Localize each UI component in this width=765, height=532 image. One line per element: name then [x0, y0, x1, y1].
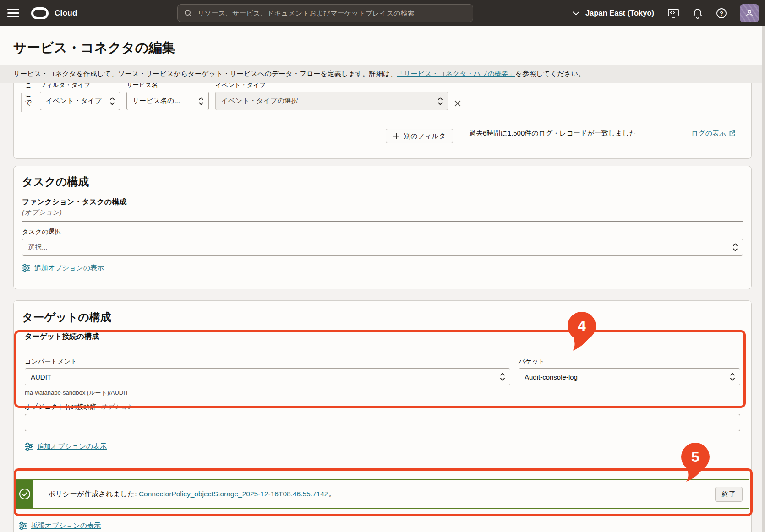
- target-connection-heading: ターゲット接続の構成: [25, 332, 740, 342]
- top-navigation-bar: Cloud Japan East (Tokyo) ?: [0, 0, 765, 26]
- bucket-select[interactable]: Audit-console-log: [519, 368, 740, 385]
- chevron-down-icon: [573, 11, 579, 16]
- task-additional-options-link[interactable]: 追加オプションの表示: [22, 264, 104, 272]
- where-label: ここで: [25, 83, 33, 107]
- compartment-path: ma-watanabe-sandbox (ルート)/AUDIT: [25, 389, 510, 397]
- event-type-select[interactable]: イベント・タイプの選択: [215, 92, 448, 110]
- page-description: サービス・コネクタを作成して、ソース・サービスからターゲット・サービスへのデータ…: [0, 65, 765, 83]
- compartment-label: コンパートメント: [25, 358, 510, 366]
- log-match-zone: 過去6時間に1,500件のログ・レコードが一致しました ログの表示: [462, 83, 751, 158]
- add-filter-button[interactable]: 別のフィルタ: [386, 129, 453, 143]
- task-select-label: タスクの選択: [22, 228, 743, 236]
- global-search[interactable]: [177, 4, 473, 22]
- service-name-field: サービス名 サービス名の...: [126, 83, 209, 113]
- notifications-bell-icon[interactable]: [693, 8, 703, 19]
- banner-close-button[interactable]: 終了: [715, 487, 743, 502]
- log-filter-panel: ここで フィルタ・タイプ イベント・タイプ サービス名 サービス名の...: [13, 83, 752, 159]
- banner-status-stripe: [16, 480, 33, 508]
- banner-message: ポリシーが作成されました: ConnectorPolicy_objectStor…: [33, 480, 715, 508]
- plus-icon: [393, 133, 400, 140]
- description-text: サービス・コネクタを作成して、ソース・サービスからターゲット・サービスへのデータ…: [13, 70, 397, 77]
- remove-filter-button[interactable]: [454, 99, 462, 108]
- object-prefix-label: オブジェクト名の接頭辞オプション: [25, 403, 740, 411]
- svg-text:?: ?: [720, 10, 723, 16]
- target-connection-block: ターゲット接続の構成 コンパートメント AUDIT ma-watanabe-sa…: [25, 332, 740, 397]
- service-name-label: サービス名: [126, 83, 209, 89]
- bucket-label: バケット: [519, 358, 740, 366]
- filter-group-rule: [21, 93, 22, 112]
- success-check-icon: [19, 488, 31, 500]
- select-caret-icon: [732, 243, 738, 252]
- bucket-field: バケット Audit-console-log: [519, 358, 740, 397]
- oracle-logo: [31, 7, 49, 19]
- view-logs-link[interactable]: ログの表示: [691, 129, 736, 138]
- filter-type-select[interactable]: イベント・タイプ: [40, 92, 120, 110]
- description-suffix: を参照してください。: [515, 70, 585, 77]
- policy-link[interactable]: ConnectorPolicy_objectStorage_2025-12-16…: [139, 490, 328, 498]
- hamburger-menu-icon[interactable]: [0, 0, 25, 26]
- log-match-text: 過去6時間に1,500件のログ・レコードが一致しました: [469, 129, 636, 138]
- sliders-icon: [22, 264, 31, 272]
- search-icon: [184, 9, 192, 17]
- optional-tag: オプション: [101, 403, 134, 410]
- page-title: サービス・コネクタの編集: [13, 39, 752, 57]
- target-additional-options-link[interactable]: 追加オプションの表示: [25, 442, 107, 451]
- filter-left-zone: ここで フィルタ・タイプ イベント・タイプ サービス名 サービス名の...: [14, 83, 462, 158]
- optional-note: (オプション): [22, 208, 743, 217]
- function-task-subheading: ファンクション・タスクの構成: [22, 197, 743, 207]
- region-label: Japan East (Tokyo): [585, 9, 654, 17]
- help-icon[interactable]: ?: [716, 8, 727, 19]
- policy-created-banner: ポリシーが作成されました: ConnectorPolicy_objectStor…: [16, 479, 749, 509]
- region-selector[interactable]: Japan East (Tokyo): [573, 9, 654, 17]
- user-avatar[interactable]: [740, 4, 759, 22]
- advanced-options-link[interactable]: 拡張オプションの表示: [19, 521, 101, 530]
- filter-type-label: フィルタ・タイプ: [40, 83, 120, 89]
- filter-type-field: フィルタ・タイプ イベント・タイプ: [40, 83, 120, 113]
- target-section-heading: ターゲットの構成: [22, 310, 743, 325]
- select-caret-icon: [730, 372, 735, 381]
- compartment-field: コンパートメント AUDIT ma-watanabe-sandbox (ルート)…: [25, 358, 510, 397]
- select-caret-icon: [500, 372, 505, 381]
- compartment-select[interactable]: AUDIT: [25, 368, 510, 385]
- cloud-shell-icon[interactable]: [667, 8, 679, 19]
- task-section-heading: タスクの構成: [22, 174, 743, 189]
- brand-name: Cloud: [55, 9, 77, 18]
- search-input[interactable]: [197, 9, 466, 17]
- event-type-label: イベント・タイプ: [215, 83, 448, 89]
- sliders-icon: [25, 442, 33, 451]
- topbar-right-controls: Japan East (Tokyo) ?: [573, 0, 759, 26]
- close-icon: [454, 99, 462, 108]
- main-content: ここで フィルタ・タイプ イベント・タイプ サービス名 サービス名の...: [0, 83, 765, 532]
- event-type-field: イベント・タイプ イベント・タイプの選択: [215, 83, 448, 113]
- divider: [25, 350, 740, 350]
- task-configuration-card: タスクの構成 ファンクション・タスクの構成 (オプション) タスクの選択 選択.…: [13, 166, 752, 289]
- user-icon: [745, 9, 754, 18]
- external-link-icon: [729, 130, 736, 137]
- overview-link[interactable]: 「サービス・コネクタ・ハブの概要」: [397, 70, 515, 77]
- object-prefix-input[interactable]: [25, 414, 740, 431]
- select-caret-icon: [437, 97, 443, 106]
- target-configuration-card: ターゲットの構成 ターゲット接続の構成 コンパートメント AUDIT ma-wa…: [13, 300, 752, 532]
- brand: Cloud: [31, 7, 77, 19]
- filter-actions: 別のフィルタ: [21, 129, 453, 143]
- select-caret-icon: [109, 97, 115, 106]
- page-header: サービス・コネクタの編集: [0, 26, 765, 65]
- select-caret-icon: [198, 97, 204, 106]
- sliders-icon: [19, 521, 27, 530]
- scrollbar-track[interactable]: [762, 26, 765, 532]
- task-select[interactable]: 選択...: [22, 239, 743, 256]
- filter-row: ここで フィルタ・タイプ イベント・タイプ サービス名 サービス名の...: [21, 83, 462, 113]
- oci-console-page: Cloud Japan East (Tokyo) ?: [0, 0, 765, 532]
- divider: [22, 221, 743, 222]
- service-name-select[interactable]: サービス名の...: [126, 92, 209, 110]
